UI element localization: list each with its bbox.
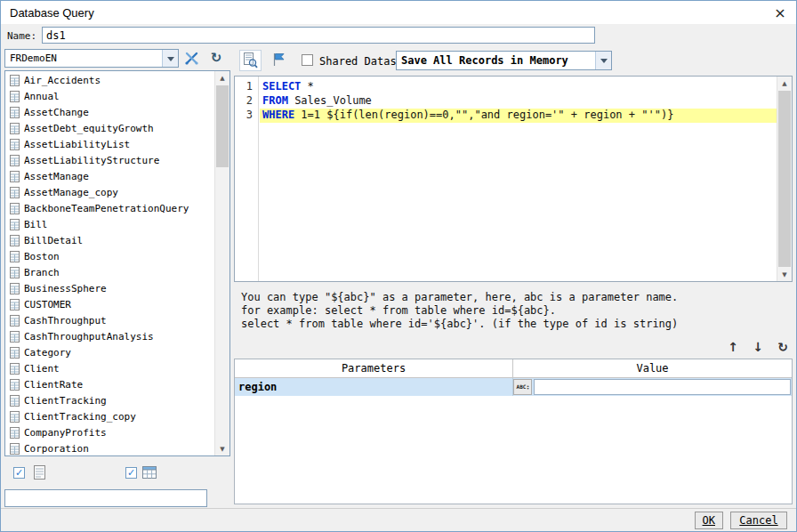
scroll-up-icon[interactable]: ▲ xyxy=(777,77,792,90)
parameter-value-input[interactable] xyxy=(534,379,791,395)
parameter-help: You can type "${abc}" as a parameter, he… xyxy=(241,291,678,331)
connection-value: FRDemoEN xyxy=(5,52,162,64)
table-list-item[interactable]: CUSTOMER xyxy=(5,296,215,312)
memory-mode-value: Save All Records in Memory xyxy=(397,54,595,67)
table-name: ClientRate xyxy=(24,379,83,391)
cancel-button[interactable]: Cancel xyxy=(730,512,787,529)
help-line: select * from table where id='${abc}'. (… xyxy=(241,318,678,331)
table-list-item[interactable]: ClientTracking_copy xyxy=(5,408,215,424)
ok-button[interactable]: OK xyxy=(695,512,723,529)
table-filter-input[interactable] xyxy=(4,489,207,507)
table-icon xyxy=(10,251,20,262)
scroll-down-icon[interactable]: ▼ xyxy=(215,442,229,455)
chevron-down-icon[interactable] xyxy=(162,50,178,67)
parameter-name-cell[interactable]: region xyxy=(235,378,513,396)
table-icon xyxy=(10,123,20,134)
table-icon xyxy=(10,75,20,86)
connection-select[interactable]: FRDemoEN xyxy=(4,49,179,68)
table-list-item[interactable]: ClientTracking xyxy=(5,392,215,408)
table-icon xyxy=(10,267,20,278)
table-list-item[interactable]: BillDetail xyxy=(5,232,215,248)
table-list-item[interactable]: Bill xyxy=(5,216,215,232)
table-list-item[interactable]: AssetLiabilityStructure xyxy=(5,152,215,168)
window-title: Database Query xyxy=(10,6,94,20)
parameters-column-header: Parameters xyxy=(235,359,513,377)
show-tables-checkbox[interactable]: ✓ xyxy=(13,467,25,479)
table-icon xyxy=(10,283,20,294)
table-name: AssetDebt_equityGrowth xyxy=(24,123,154,134)
scroll-up-icon[interactable]: ▲ xyxy=(215,71,229,85)
refresh-connection-button[interactable]: ↻ xyxy=(205,48,227,68)
table-icon xyxy=(10,219,20,230)
table-list-item[interactable]: AssetManage_copy xyxy=(5,184,215,200)
param-rows: region ABC ▴▾ xyxy=(235,378,792,396)
param-type-icon[interactable]: ABC ▴▾ xyxy=(513,379,532,395)
param-type-label: ABC xyxy=(517,384,527,390)
preview-button[interactable] xyxy=(239,50,262,71)
dataset-name-input[interactable] xyxy=(42,27,595,44)
table-list-item[interactable]: AssetManage xyxy=(5,168,215,184)
table-icon xyxy=(10,331,20,343)
table-list-item[interactable]: AssetDebt_equityGrowth xyxy=(5,120,215,136)
move-up-button[interactable]: ↑ xyxy=(725,340,741,354)
sql-gutter: 123 xyxy=(235,77,259,281)
table-icon xyxy=(10,379,20,391)
wrench-icon xyxy=(184,51,199,66)
sql-editor[interactable]: 123 SELECT *FROM Sales_VolumeWHERE 1=1 $… xyxy=(234,76,793,282)
table-list-scrollbar[interactable]: ▲ ▼ xyxy=(214,71,229,455)
memory-mode-select[interactable]: Save All Records in Memory xyxy=(396,51,612,70)
table-name: AssetManage_copy xyxy=(24,187,118,198)
connection-config-button[interactable] xyxy=(181,48,202,68)
table-icon xyxy=(10,203,20,214)
table-list-item[interactable]: AssetLiabilityList xyxy=(5,136,215,152)
table-icon xyxy=(10,299,20,310)
table-icon xyxy=(10,363,20,375)
table-name: AssetChange xyxy=(24,107,89,118)
value-column-header: Value xyxy=(513,359,792,377)
move-down-button[interactable]: ↓ xyxy=(750,340,766,354)
editor-scrollbar[interactable]: ▲ ▼ xyxy=(777,77,792,281)
table-icon xyxy=(10,411,20,423)
table-list-item[interactable]: BusinessSphere xyxy=(5,280,215,296)
table-list-item[interactable]: CashThroughput xyxy=(5,312,215,328)
shared-dataset-checkbox[interactable] xyxy=(302,54,313,66)
line-number: 1 xyxy=(235,80,258,94)
scrollbar-thumb[interactable] xyxy=(778,91,791,267)
table-name: CUSTOMER xyxy=(24,299,71,310)
table-list-item[interactable]: AssetChange xyxy=(5,104,215,120)
scrollbar-thumb[interactable] xyxy=(216,85,229,167)
table-list-item[interactable]: BackboneTeamPenetrationQuery xyxy=(5,200,215,216)
parameter-button[interactable] xyxy=(268,50,289,69)
parameters-table: Parameters Value region ABC ▴▾ xyxy=(234,359,793,504)
table-doc-icon xyxy=(34,465,45,480)
parameter-row[interactable]: region ABC ▴▾ xyxy=(235,378,792,396)
table-list-item[interactable]: Corporation xyxy=(5,440,215,456)
close-button[interactable]: × xyxy=(764,1,796,24)
table-list-item[interactable]: Air_Accidents xyxy=(5,72,215,88)
table-name: Boston xyxy=(24,251,60,262)
table-list-item[interactable]: Boston xyxy=(5,248,215,264)
table-name: Category xyxy=(24,347,71,359)
scroll-down-icon[interactable]: ▼ xyxy=(777,268,792,281)
sql-line: SELECT * xyxy=(260,80,777,94)
table-list-item[interactable]: CompanyProfits xyxy=(5,424,215,440)
spinner-arrows-icon: ▴▾ xyxy=(527,384,528,390)
line-number: 2 xyxy=(235,94,258,109)
table-list-item[interactable]: Category xyxy=(5,344,215,360)
show-views-checkbox[interactable]: ✓ xyxy=(125,467,137,479)
table-list-item[interactable]: Branch xyxy=(5,264,215,280)
table-list-item[interactable]: CashThroughputAnalysis xyxy=(5,328,215,344)
sql-line: FROM Sales_Volume xyxy=(260,94,777,109)
table-name: BackboneTeamPenetrationQuery xyxy=(24,203,189,214)
table-list-item[interactable]: Client xyxy=(5,360,215,376)
parameters-table-header: Parameters Value xyxy=(235,359,792,378)
table-name: Client xyxy=(24,363,60,375)
table-list-item[interactable]: Annual xyxy=(5,88,215,104)
chevron-down-icon[interactable] xyxy=(595,52,611,69)
table-list-item[interactable]: ClientRate xyxy=(5,376,215,392)
table-icon xyxy=(10,187,20,198)
sql-code[interactable]: SELECT *FROM Sales_VolumeWHERE 1=1 ${if(… xyxy=(260,77,777,281)
database-query-dialog: Database Query × Name: FRDemoEN ↻ xyxy=(0,0,797,532)
table-name: AssetLiabilityStructure xyxy=(24,155,159,166)
refresh-parameters-button[interactable]: ↻ xyxy=(775,340,791,354)
